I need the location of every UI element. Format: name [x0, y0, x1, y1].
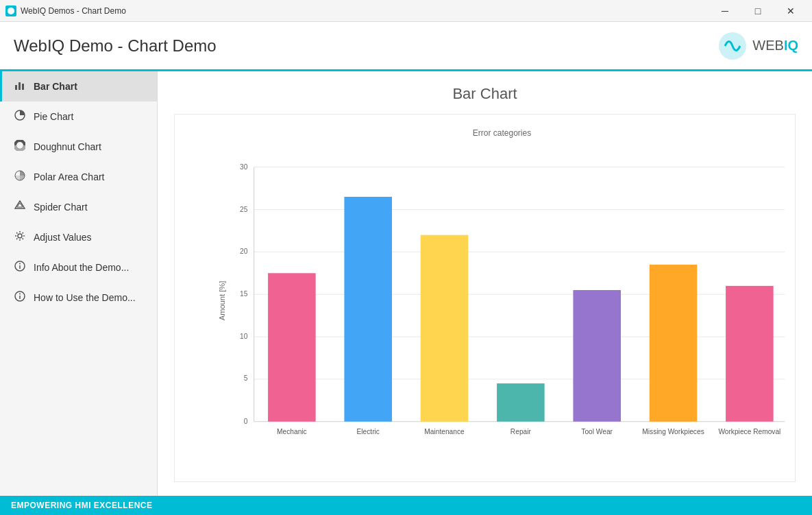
close-button[interactable]: ✕	[775, 0, 807, 22]
footer-text: EMPOWERING HMI EXCELLENCE	[11, 501, 153, 510]
svg-rect-2	[15, 85, 17, 90]
title-bar-text: WebIQ Demos - Chart Demo	[21, 6, 126, 16]
app-icon	[5, 5, 16, 16]
svg-text:Electric: Electric	[356, 428, 379, 435]
sidebar: Bar Chart Pie Chart Doughnut Chart Polar…	[0, 71, 158, 496]
svg-text:Maintenance: Maintenance	[424, 428, 465, 435]
svg-text:20: 20	[240, 248, 248, 255]
chart-subtitle: Error categories	[216, 128, 788, 138]
sidebar-label-doughnut-chart: Doughnut Chart	[34, 141, 101, 152]
bar-repair[interactable]	[497, 383, 545, 422]
main-layout: Bar Chart Pie Chart Doughnut Chart Polar…	[0, 71, 812, 496]
gear-icon	[13, 230, 27, 244]
svg-text:5: 5	[244, 374, 248, 382]
sidebar-label-how-to: How to Use the Demo...	[34, 292, 136, 303]
spider-chart-icon	[13, 200, 27, 214]
sidebar-label-spider-chart: Spider Chart	[34, 202, 88, 213]
sidebar-item-adjust-values[interactable]: Adjust Values	[0, 222, 157, 252]
sidebar-label-polar-area-chart: Polar Area Chart	[34, 171, 105, 182]
title-bar-left: WebIQ Demos - Chart Demo	[5, 5, 126, 16]
bar-maintenance[interactable]	[421, 235, 469, 422]
pie-chart-icon	[13, 110, 27, 123]
svg-rect-3	[19, 82, 21, 90]
svg-point-11	[18, 234, 22, 238]
bar-missing-workpieces[interactable]	[650, 265, 698, 422]
svg-text:Tool Wear: Tool Wear	[581, 428, 613, 435]
sidebar-item-spider-chart[interactable]: Spider Chart	[0, 192, 157, 222]
y-axis-label: Amount [%]	[218, 281, 226, 321]
sidebar-label-pie-chart: Pie Chart	[34, 111, 73, 122]
bar-chart-icon	[13, 80, 27, 93]
sidebar-item-bar-chart[interactable]: Bar Chart	[0, 71, 157, 101]
app-header: WebIQ Demo - Chart Demo WEBIQ	[0, 22, 812, 71]
svg-text:Missing Workpieces: Missing Workpieces	[642, 428, 704, 435]
svg-text:25: 25	[240, 206, 248, 213]
polar-area-chart-icon	[13, 170, 27, 184]
minimize-button[interactable]: ─	[709, 0, 741, 22]
bar-mechanic[interactable]	[268, 273, 316, 421]
webiq-logo-text: WEBIQ	[752, 38, 798, 53]
sidebar-item-pie-chart[interactable]: Pie Chart	[0, 101, 157, 132]
bar-chart-svg: Amount [%] 30 25 20 15 10 5 0	[216, 145, 788, 457]
doughnut-chart-icon	[13, 140, 27, 154]
app-title: WebIQ Demo - Chart Demo	[14, 36, 217, 56]
chart-container: Error categories Amount [%] 30 25 20 15 …	[174, 114, 796, 482]
bar-workpiece-removal[interactable]	[726, 286, 774, 422]
sidebar-item-how-to[interactable]: How to Use the Demo...	[0, 283, 157, 313]
svg-rect-4	[22, 84, 24, 90]
sidebar-item-polar-area-chart[interactable]: Polar Area Chart	[0, 162, 157, 192]
svg-text:10: 10	[240, 333, 248, 340]
sidebar-label-bar-chart: Bar Chart	[34, 81, 77, 92]
webiq-logo-icon	[718, 32, 747, 60]
svg-text:0: 0	[244, 418, 248, 425]
footer: EMPOWERING HMI EXCELLENCE	[0, 496, 812, 515]
sidebar-label-info-demo: Info About the Demo...	[34, 262, 129, 273]
chart-title: Bar Chart	[174, 85, 796, 103]
svg-text:Repair: Repair	[510, 428, 532, 435]
sidebar-label-adjust-values: Adjust Values	[34, 232, 92, 243]
svg-text:15: 15	[240, 290, 248, 298]
info2-icon	[13, 291, 27, 304]
svg-point-17	[19, 294, 21, 295]
content-area: Bar Chart Error categories Amount [%] 30…	[158, 71, 812, 496]
title-bar-controls: ─ □ ✕	[709, 0, 807, 22]
maximize-button[interactable]: □	[742, 0, 774, 22]
svg-text:Mechanic: Mechanic	[277, 428, 307, 435]
svg-text:30: 30	[240, 163, 248, 171]
sidebar-item-doughnut-chart[interactable]: Doughnut Chart	[0, 132, 157, 162]
svg-point-0	[8, 8, 14, 14]
bar-tool-wear[interactable]	[573, 290, 621, 422]
info-icon	[13, 261, 27, 274]
webiq-logo: WEBIQ	[718, 32, 798, 60]
svg-point-14	[19, 263, 21, 265]
bar-electric[interactable]	[344, 197, 392, 422]
title-bar: WebIQ Demos - Chart Demo ─ □ ✕	[0, 0, 812, 22]
sidebar-item-info-demo[interactable]: Info About the Demo...	[0, 252, 157, 283]
svg-text:Workpiece Removal: Workpiece Removal	[718, 428, 780, 435]
